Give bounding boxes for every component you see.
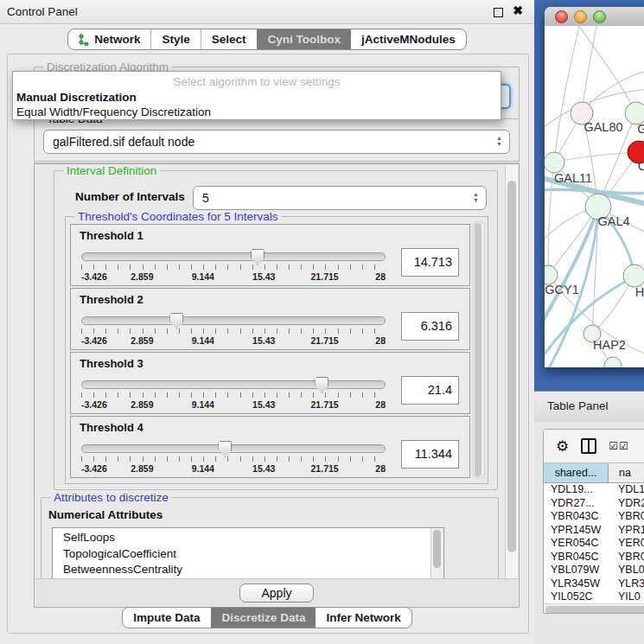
- network-node-gcy1[interactable]: [545, 265, 558, 284]
- spinner-stepper-icon[interactable]: ▲▼: [473, 191, 479, 203]
- tab-style[interactable]: Style: [150, 29, 200, 49]
- slider-thumb[interactable]: [169, 313, 183, 329]
- threshold-4-slider[interactable]: -3.426 2.859 9.144 15.43 21.715 28: [81, 444, 386, 474]
- table-row[interactable]: YIL052CYIL0: [544, 590, 644, 603]
- tab-discretize-data[interactable]: Discretize Data: [211, 608, 316, 628]
- attributes-list-scrollbar[interactable]: [430, 528, 443, 578]
- threshold-3-value-field[interactable]: 21.4: [401, 376, 459, 405]
- cell-name[interactable]: YDR2: [608, 497, 644, 511]
- tab-infer-network[interactable]: Infer Network: [316, 608, 411, 628]
- float-window-icon[interactable]: [494, 8, 503, 17]
- slider-tick-labels: -3.426 2.859 9.144 15.43 21.715 28: [81, 463, 386, 474]
- top-tabbar: Network Style Select Cyni Toolbox jActiv…: [0, 29, 534, 50]
- threshold-1-value-field[interactable]: 14.713: [401, 248, 459, 277]
- table-data-combobox[interactable]: galFiltered.sif default node ▲▼: [43, 130, 510, 154]
- table-row[interactable]: YLR345WYLR3: [544, 577, 644, 591]
- tab-jactivemnodules[interactable]: jActiveMNodules: [351, 29, 466, 49]
- network-node-label-gal4: GAL4: [597, 214, 629, 228]
- minimize-traffic-light-icon[interactable]: [574, 10, 587, 23]
- cell-shared-name[interactable]: YDR27...: [544, 497, 608, 511]
- number-of-intervals-spinner[interactable]: 5 ▲▼: [193, 186, 487, 210]
- tab-network[interactable]: Network: [68, 29, 150, 49]
- cell-name[interactable]: YBR0: [608, 510, 644, 524]
- threshold-1-label: Threshold 1: [80, 229, 143, 242]
- threshold-1-slider[interactable]: -3.426 2.859 9.144 15.43 21.715 28: [81, 252, 386, 282]
- scrollbar-thumb[interactable]: [507, 181, 516, 552]
- cell-shared-name[interactable]: YPR145W: [544, 524, 608, 538]
- tick-label: 9.144: [192, 271, 214, 282]
- threshold-2-slider[interactable]: -3.426 2.859 9.144 15.43 21.715 28: [81, 316, 386, 346]
- gear-icon[interactable]: ⚙: [556, 439, 569, 454]
- cell-shared-name[interactable]: YER054C: [544, 537, 608, 551]
- cell-name[interactable]: YLR3: [608, 577, 644, 591]
- table-row[interactable]: YBL079WYBL0: [544, 564, 644, 577]
- table-data-group: Table Data galFiltered.sif default node …: [34, 118, 520, 162]
- split-columns-icon[interactable]: [581, 438, 596, 454]
- network-node-bottom[interactable]: [604, 357, 622, 367]
- dropdown-placeholder-option[interactable]: Select algorithm to view settings: [13, 72, 501, 90]
- table-rows: YDL19...YDL1 YDR27...YDR2 YBR043CYBR0 YP…: [544, 483, 644, 603]
- close-icon[interactable]: ✖: [513, 4, 523, 16]
- dropdown-option-equal-width-frequency[interactable]: Equal Width/Frequency Discretization: [13, 105, 501, 119]
- tick-label: 15.43: [252, 399, 275, 410]
- cell-shared-name[interactable]: YDL19...: [544, 483, 608, 497]
- zoom-traffic-light-icon[interactable]: [593, 10, 606, 23]
- network-node-gal11[interactable]: [545, 152, 564, 173]
- tick-label: 2.859: [131, 463, 153, 474]
- slider-thumb[interactable]: [315, 377, 328, 393]
- tab-select[interactable]: Select: [201, 29, 257, 49]
- combobox-stepper-icon[interactable]: ▲▼: [496, 135, 502, 147]
- tick-label: 2.859: [131, 271, 153, 282]
- cell-shared-name[interactable]: YIL052C: [544, 590, 608, 603]
- tab-discretize-data-label: Discretize Data: [222, 611, 306, 624]
- scrollbar-thumb[interactable]: [545, 606, 644, 614]
- list-item[interactable]: SelfLoops: [63, 530, 443, 546]
- column-header-shared-name[interactable]: shared...: [544, 463, 609, 482]
- threshold-2-panel: Threshold 2 -3.426 2.859 9.144 15.43 21.…: [70, 288, 470, 350]
- threshold-2-value-field[interactable]: 6.316: [401, 312, 459, 341]
- table-row[interactable]: YPR145WYPR1: [544, 524, 644, 538]
- cell-name[interactable]: YIL0: [608, 590, 641, 603]
- cell-name[interactable]: YER0: [608, 537, 644, 551]
- table-row[interactable]: YBR045CYBR0: [544, 551, 644, 564]
- network-window-titlebar[interactable]: [545, 7, 644, 27]
- cell-name[interactable]: YBR0: [608, 551, 644, 564]
- network-node-label-g-cut: G: [637, 122, 644, 136]
- cell-name[interactable]: YBL0: [608, 564, 644, 577]
- close-traffic-light-icon[interactable]: [555, 10, 568, 23]
- select-columns-icon[interactable]: ☑☑: [609, 440, 629, 452]
- list-item[interactable]: BetweennessCentrality: [63, 562, 443, 578]
- scrollbar-thumb[interactable]: [475, 223, 481, 477]
- table-row[interactable]: YDL19...YDL1: [544, 483, 644, 497]
- tick-label: 9.144: [192, 335, 214, 346]
- scrollbar-thumb[interactable]: [433, 530, 441, 568]
- cell-shared-name[interactable]: YBR045C: [544, 551, 608, 564]
- table-row[interactable]: YDR27...YDR2: [544, 497, 644, 511]
- cell-name[interactable]: YDL1: [608, 483, 644, 497]
- tab-cyni-toolbox[interactable]: Cyni Toolbox: [257, 29, 352, 49]
- tab-impute-data[interactable]: Impute Data: [123, 608, 210, 628]
- network-node-h-cut[interactable]: [623, 265, 644, 287]
- slider-thumb[interactable]: [251, 249, 265, 265]
- table-horizontal-scrollbar[interactable]: [544, 603, 644, 614]
- dropdown-option-manual-discretization[interactable]: Manual Discretization: [13, 90, 501, 105]
- network-graph[interactable]: GAL80GCGAL11GAL4GCY1HHAP2: [545, 26, 644, 367]
- column-header-name[interactable]: na: [609, 463, 644, 482]
- threshold-4-value-field[interactable]: 11.344: [401, 440, 459, 469]
- network-canvas[interactable]: GAL80GCGAL11GAL4GCY1HHAP2: [545, 26, 644, 367]
- threshold-3-slider[interactable]: -3.426 2.859 9.144 15.43 21.715 28: [81, 380, 386, 410]
- cell-shared-name[interactable]: YBL079W: [544, 564, 608, 577]
- list-item[interactable]: TopologicalCoefficient: [63, 546, 443, 563]
- numerical-attributes-list[interactable]: SelfLoops TopologicalCoefficient Between…: [52, 527, 444, 578]
- numerical-attributes-label: Numerical Attributes: [48, 508, 163, 521]
- slider-thumb[interactable]: [218, 441, 232, 457]
- cell-shared-name[interactable]: YLR345W: [544, 577, 608, 591]
- network-view-window[interactable]: GAL80GCGAL11GAL4GCY1HHAP2: [545, 7, 644, 367]
- settings-panel-scrollbar[interactable]: [505, 165, 518, 578]
- table-row[interactable]: YBR043CYBR0: [544, 510, 644, 524]
- table-row[interactable]: YER054CYER0: [544, 537, 644, 551]
- apply-button[interactable]: Apply: [239, 583, 313, 603]
- thresholds-scrollbar[interactable]: [473, 221, 485, 479]
- cell-name[interactable]: YPR1: [608, 524, 644, 538]
- cell-shared-name[interactable]: YBR043C: [544, 510, 608, 524]
